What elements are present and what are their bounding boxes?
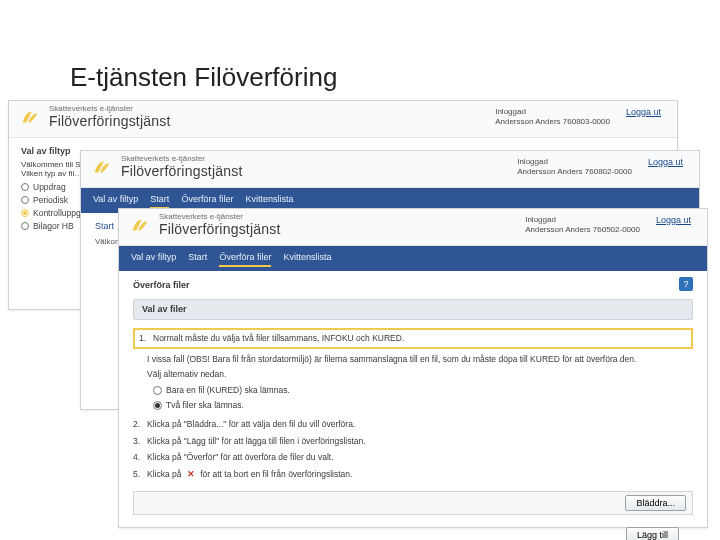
logo-icon bbox=[91, 156, 113, 178]
brand: Skatteverkets e-tjänster Filöverföringst… bbox=[91, 155, 243, 179]
add-button[interactable]: Lägg till bbox=[626, 527, 679, 540]
brand: Skatteverkets e-tjänster Filöverföringst… bbox=[19, 105, 171, 129]
topbar: Skatteverkets e-tjänster Filöverföringst… bbox=[9, 101, 677, 138]
browse-button[interactable]: Bläddra... bbox=[625, 495, 686, 511]
tab-kvittens[interactable]: Kvittenslista bbox=[245, 194, 293, 209]
w3-heading: Överföra filer bbox=[133, 279, 693, 293]
login-user: Andersson Anders 760502-0000 bbox=[525, 225, 640, 235]
topbar: Skatteverkets e-tjänster Filöverföringst… bbox=[81, 151, 699, 188]
tab-start[interactable]: Start bbox=[188, 252, 207, 267]
login-block: Inloggad Andersson Anders 760803-0000 Lo… bbox=[495, 107, 661, 127]
delete-icon: ✕ bbox=[184, 468, 198, 481]
brand: Skatteverkets e-tjänster Filöverföringst… bbox=[129, 213, 281, 237]
topbar: Skatteverkets e-tjänster Filöverföringst… bbox=[119, 209, 707, 246]
login-user: Andersson Anders 760803-0000 bbox=[495, 117, 610, 127]
logout-link[interactable]: Logga ut bbox=[648, 157, 683, 167]
slide-title: E-tjänsten Filöverföring bbox=[70, 62, 337, 93]
tab-filtyp[interactable]: Val av filtyp bbox=[93, 194, 138, 209]
step-2: 2.Klicka på "Bläddra..." för att välja d… bbox=[133, 418, 693, 431]
w3-sublabel: Val av filer bbox=[133, 299, 693, 321]
step-5: 5.Klicka på ✕ för att ta bort en fil frå… bbox=[133, 468, 693, 481]
browse-row: Bläddra... bbox=[133, 491, 693, 515]
w3-body: ? Överföra filer Val av filer 1.Normalt … bbox=[119, 271, 707, 540]
tab-overfora[interactable]: Överföra filer bbox=[219, 252, 271, 267]
window-front: Skatteverkets e-tjänster Filöverföringst… bbox=[118, 208, 708, 528]
tab-filtyp[interactable]: Val av filtyp bbox=[131, 252, 176, 267]
window-stack: Skatteverkets e-tjänster Filöverföringst… bbox=[8, 100, 700, 540]
tab-start[interactable]: Start bbox=[150, 194, 169, 209]
tab-kvittens[interactable]: Kvittenslista bbox=[283, 252, 331, 267]
login-user: Andersson Anders 760802-0000 bbox=[517, 167, 632, 177]
step-1b: I vissa fall (OBS! Bara fil från stordat… bbox=[147, 353, 693, 366]
login-label: Inloggad bbox=[495, 107, 610, 117]
step-3: 3.Klicka på "Lägg till" för att lägga ti… bbox=[133, 435, 693, 448]
login-label: Inloggad bbox=[517, 157, 632, 167]
nav-tabs: Val av filtyp Start Överföra filer Kvitt… bbox=[119, 246, 707, 271]
brand-main: Filöverföringstjänst bbox=[159, 222, 281, 237]
brand-main: Filöverföringstjänst bbox=[121, 164, 243, 179]
login-label: Inloggad bbox=[525, 215, 640, 225]
step-1: 1.Normalt måste du välja två filer tills… bbox=[133, 328, 693, 412]
tab-overfora[interactable]: Överföra filer bbox=[181, 194, 233, 209]
help-icon[interactable]: ? bbox=[679, 277, 693, 291]
choose-label: Välj alternativ nedan. bbox=[147, 368, 693, 381]
logout-link[interactable]: Logga ut bbox=[626, 107, 661, 117]
radio-two-files[interactable]: Två filer ska lämnas. bbox=[153, 399, 693, 412]
radio-group: Bara en fil (KURED) ska lämnas. Två file… bbox=[153, 384, 693, 412]
radio-one-file[interactable]: Bara en fil (KURED) ska lämnas. bbox=[153, 384, 693, 397]
login-block: Inloggad Andersson Anders 760502-0000 Lo… bbox=[525, 215, 691, 235]
brand-main: Filöverföringstjänst bbox=[49, 114, 171, 129]
logout-link[interactable]: Logga ut bbox=[656, 215, 691, 225]
logo-icon bbox=[19, 106, 41, 128]
login-block: Inloggad Andersson Anders 760802-0000 Lo… bbox=[517, 157, 683, 177]
steps-list: 1.Normalt måste du välja två filer tills… bbox=[133, 328, 693, 481]
step-4: 4.Klicka på "Överför" för att överföra d… bbox=[133, 451, 693, 464]
logo-icon bbox=[129, 214, 151, 236]
footer-row: Lägg till bbox=[133, 521, 693, 540]
